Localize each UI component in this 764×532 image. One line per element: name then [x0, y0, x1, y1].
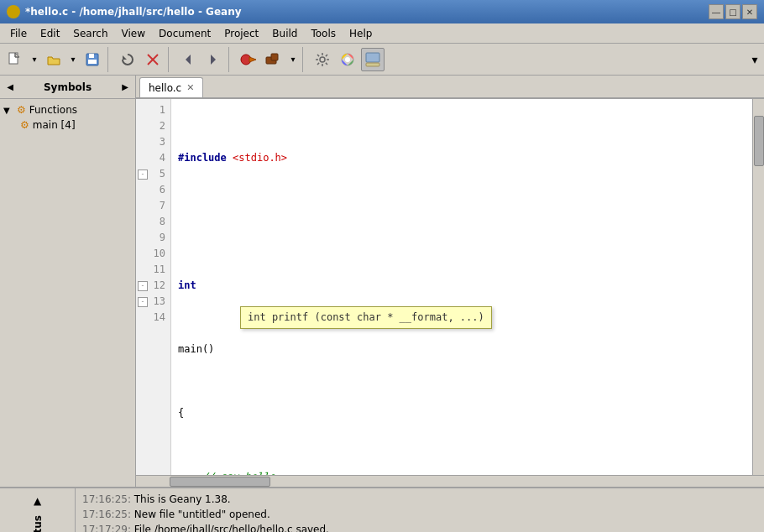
line-num-4: 4: [136, 150, 170, 166]
log-panel: ▲ Status ▼ 17:16:25: This is Geany 1.38.…: [0, 487, 764, 532]
titlebar: *hello.c - /home/jhall/src/hello - Geany…: [0, 0, 764, 23]
toolbar-sep-1: [107, 47, 113, 72]
log-line-1: 17:16:25: This is Geany 1.38.: [82, 492, 757, 507]
code-line-3: int: [178, 278, 746, 294]
fold-button-5[interactable]: -: [138, 170, 148, 180]
toolbar-sep-3: [228, 47, 233, 72]
menu-document[interactable]: Document: [152, 24, 217, 43]
menu-build[interactable]: Build: [265, 24, 304, 43]
line-num-13: -13: [136, 294, 170, 310]
code-line-6: // say hello: [178, 469, 746, 475]
tab-bar: hello.c ✕: [136, 76, 764, 99]
maximize-button[interactable]: □: [725, 4, 740, 19]
svg-rect-13: [271, 54, 278, 60]
svg-marker-8: [186, 55, 191, 65]
editor-area: hello.c ✕ 1 2 3 4 -5 6 7 8 9 10 11: [136, 76, 764, 487]
code-editor[interactable]: 1 2 3 4 -5 6 7 8 9 10 11 -12 -13 14: [136, 99, 764, 475]
line-num-6: 6: [136, 182, 170, 198]
compile-button[interactable]: [237, 48, 260, 71]
log-content: 17:16:25: This is Geany 1.38. 17:16:25: …: [76, 488, 764, 532]
titlebar-title: *hello.c - /home/jhall/src/hello - Geany: [25, 6, 242, 18]
tab-hello-c[interactable]: hello.c ✕: [139, 77, 203, 97]
main-icon: ⚙: [20, 119, 29, 131]
menu-edit[interactable]: Edit: [34, 24, 66, 43]
sidebar-next[interactable]: ▶: [118, 81, 132, 94]
menubar: File Edit Search View Document Project B…: [0, 23, 764, 44]
zoom-button[interactable]: [361, 48, 385, 71]
fold-button-13[interactable]: -: [138, 297, 148, 307]
tree-functions[interactable]: ▼ ⚙ Functions: [0, 102, 135, 117]
editor-scrollbar[interactable]: [752, 99, 764, 475]
toolbar: ▾ ▾ ▾: [0, 44, 764, 76]
functions-label: Functions: [29, 104, 77, 116]
menu-view[interactable]: View: [115, 24, 152, 43]
line-numbers: 1 2 3 4 -5 6 7 8 9 10 11 -12 -13 14: [136, 99, 171, 475]
tab-close-button[interactable]: ✕: [186, 82, 194, 93]
toolbar-sep-4: [302, 47, 307, 72]
close-button[interactable]: ✕: [742, 4, 757, 19]
toolbar-extra-dropdown[interactable]: ▾: [749, 48, 761, 71]
build-button[interactable]: [262, 48, 285, 71]
menu-project[interactable]: Project: [217, 24, 265, 43]
tab-label: hello.c: [149, 82, 181, 94]
sidebar-header: ◀ Symbols ▶: [0, 76, 135, 99]
svg-point-14: [320, 57, 325, 62]
forward-button[interactable]: [201, 48, 225, 71]
svg-marker-5: [123, 55, 127, 60]
open-button[interactable]: [42, 48, 65, 71]
log-up-button[interactable]: ▲: [34, 495, 41, 507]
save-button[interactable]: [81, 48, 104, 71]
svg-rect-17: [366, 53, 379, 62]
menu-file[interactable]: File: [3, 24, 34, 43]
log-label: Status: [32, 515, 44, 532]
line-num-1: 1: [136, 102, 170, 118]
sidebar-content: ▼ ⚙ Functions ⚙ main [4]: [0, 99, 135, 487]
svg-rect-4: [88, 60, 97, 64]
preferences-button[interactable]: [311, 48, 334, 71]
line-num-14: 14: [136, 310, 170, 326]
menu-search[interactable]: Search: [66, 24, 114, 43]
reload-button[interactable]: [116, 48, 139, 71]
color-button[interactable]: [336, 48, 359, 71]
menu-tools[interactable]: Tools: [304, 24, 343, 43]
log-message-3: File /home/jhall/src/hello/hello.c saved…: [134, 524, 329, 532]
titlebar-left: *hello.c - /home/jhall/src/hello - Geany: [7, 5, 242, 18]
line-num-7: 7: [136, 198, 170, 214]
line-num-8: 8: [136, 214, 170, 230]
main-label: main [4]: [33, 119, 76, 131]
line-num-2: 2: [136, 118, 170, 134]
menu-help[interactable]: Help: [343, 24, 379, 43]
autocomplete-text: int printf (const char * __format, ...): [248, 311, 484, 323]
line-num-3: 3: [136, 134, 170, 150]
open-dropdown[interactable]: ▾: [67, 48, 79, 71]
sidebar-prev[interactable]: ◀: [3, 81, 17, 94]
app-icon: [7, 5, 20, 18]
new-dropdown[interactable]: ▾: [29, 48, 40, 71]
build-dropdown[interactable]: ▾: [287, 48, 299, 71]
log-time-1: 17:16:25:: [82, 493, 131, 505]
code-line-1: #include <stdio.h>: [178, 150, 746, 166]
main-area: ◀ Symbols ▶ ▼ ⚙ Functions ⚙ main [4] hel…: [0, 76, 764, 487]
svg-rect-3: [89, 54, 94, 58]
close-file-button[interactable]: [141, 48, 165, 71]
line-num-9: 9: [136, 230, 170, 246]
tree-expand-icon[interactable]: ▼: [3, 106, 17, 115]
code-line-2: [178, 214, 746, 230]
svg-marker-11: [249, 57, 256, 62]
fold-button-12[interactable]: -: [138, 281, 148, 291]
back-button[interactable]: [176, 48, 200, 71]
line-num-12: -12: [136, 278, 170, 294]
svg-rect-18: [366, 63, 379, 66]
code-content[interactable]: #include <stdio.h> int main() { // say h…: [171, 99, 752, 475]
code-line-5: {: [178, 405, 746, 421]
minimize-button[interactable]: ―: [709, 4, 724, 19]
toolbar-sep-2: [168, 47, 173, 72]
tree-main[interactable]: ⚙ main [4]: [0, 117, 135, 133]
new-button[interactable]: [3, 48, 27, 71]
editor-hscroll[interactable]: [136, 475, 764, 487]
titlebar-controls: ― □ ✕: [709, 4, 757, 19]
hscroll-thumb[interactable]: [170, 477, 270, 487]
log-message-1: This is Geany 1.38.: [134, 493, 231, 505]
scrollbar-thumb[interactable]: [754, 116, 764, 166]
line-num-11: 11: [136, 262, 170, 278]
